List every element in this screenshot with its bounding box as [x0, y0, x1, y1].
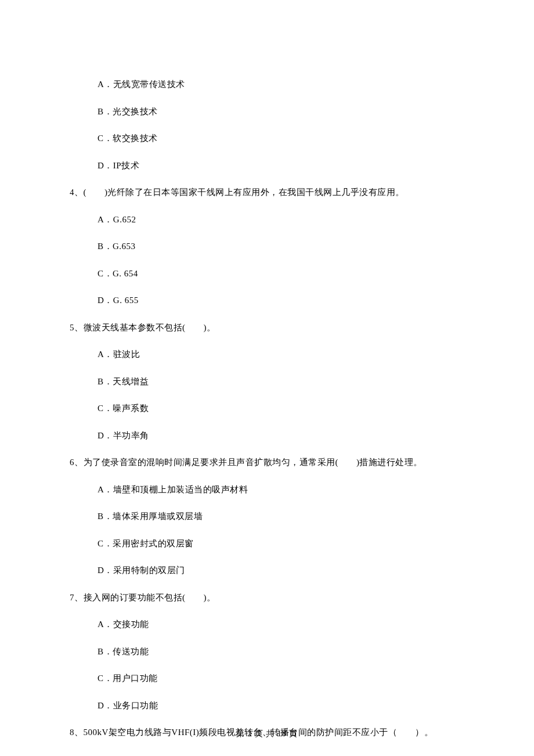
q4-option-b: B．G.653 — [98, 240, 464, 253]
q7-option-a: A．交接功能 — [98, 618, 464, 631]
q5-option-a: A．驻波比 — [98, 348, 464, 361]
q4-option-d: D．G. 655 — [98, 294, 464, 307]
q4-option-a: A．G.652 — [98, 213, 464, 226]
q3-option-c: C．软交换技术 — [98, 132, 464, 145]
q7-option-c: C．用户口功能 — [98, 672, 464, 685]
q5-option-b: B．天线增益 — [98, 375, 464, 388]
q6-option-d: D．采用特制的双层门 — [98, 564, 464, 577]
q3-option-b: B．光交换技术 — [98, 105, 464, 118]
q3-option-a: A．无线宽带传送技术 — [98, 78, 464, 91]
q7-option-b: B．传送功能 — [98, 645, 464, 658]
q5-option-d: D．半功率角 — [98, 429, 464, 442]
q7-option-d: D．业务口功能 — [98, 699, 464, 712]
document-page: A．无线宽带传送技术 B．光交换技术 C．软交换技术 D．IP技术 4、( )光… — [0, 0, 534, 756]
q6-option-c: C．采用密封式的双层窗 — [98, 537, 464, 550]
q6-option-b: B．墙体采用厚墙或双层墙 — [98, 510, 464, 523]
q6-option-a: A．墙壁和顶棚上加装适当的吸声材料 — [98, 483, 464, 496]
q5-option-c: C．噪声系数 — [98, 402, 464, 415]
q6-stem: 6、为了使录音室的混响时间满足要求并且声音扩散均匀，通常采用( )措施进行处理。 — [70, 456, 464, 469]
q4-stem: 4、( )光纤除了在日本等国家干线网上有应用外，在我国干线网上几乎没有应用。 — [70, 186, 464, 199]
q7-stem: 7、接入网的订要功能不包括( )。 — [70, 591, 464, 604]
q4-option-c: C．G. 654 — [98, 267, 464, 280]
q5-stem: 5、微波天线基本参数不包括( )。 — [70, 321, 464, 334]
page-footer: 第 2 页 共 18 页 — [0, 728, 534, 740]
q3-option-d: D．IP技术 — [98, 159, 464, 172]
